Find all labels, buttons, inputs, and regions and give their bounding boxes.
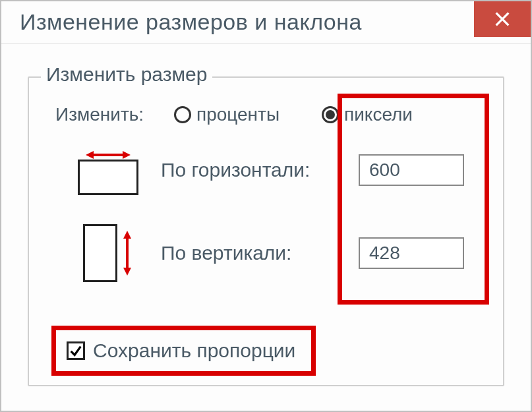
- horizontal-label: По горизонтали:: [161, 158, 359, 183]
- resize-group: Изменить размер Изменить: проценты пиксе…: [28, 76, 504, 386]
- titlebar: Изменение размеров и наклона: [1, 1, 531, 44]
- vertical-resize-icon: [83, 224, 133, 282]
- svg-marker-3: [86, 151, 94, 159]
- keep-aspect-label: Сохранить пропорции: [93, 339, 295, 362]
- svg-marker-4: [123, 151, 131, 159]
- radio-percent[interactable]: проценты: [174, 104, 280, 125]
- window-title: Изменение размеров и наклона: [20, 9, 362, 35]
- radio-circle-unselected-icon: [174, 106, 191, 123]
- horizontal-resize-icon: [78, 145, 138, 195]
- unit-label: Изменить:: [55, 104, 174, 125]
- close-icon: [493, 10, 512, 28]
- radio-percent-label: проценты: [196, 104, 280, 125]
- svg-marker-7: [123, 268, 131, 276]
- svg-marker-6: [123, 231, 131, 239]
- horizontal-icon-col: [55, 145, 161, 195]
- close-button[interactable]: [474, 1, 531, 37]
- radio-circle-selected-icon: [322, 106, 339, 123]
- checkmark-icon: [69, 343, 83, 358]
- vertical-icon-col: [55, 224, 161, 282]
- keep-aspect-checkbox[interactable]: [67, 341, 85, 360]
- group-title: Изменить размер: [41, 63, 212, 86]
- pixels-highlight-box: [338, 94, 489, 305]
- keep-aspect-row[interactable]: Сохранить пропорции: [51, 326, 316, 376]
- vertical-label: По вертикали:: [161, 241, 359, 266]
- resize-skew-dialog: Изменение размеров и наклона Изменить ра…: [0, 0, 532, 412]
- content-area: Изменить размер Изменить: проценты пиксе…: [1, 44, 531, 386]
